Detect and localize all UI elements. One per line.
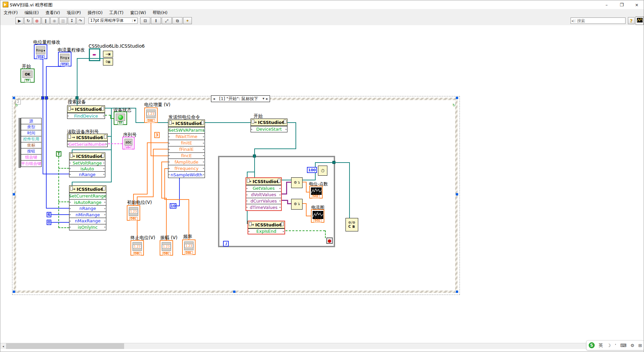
loop-iteration-terminal[interactable]: i xyxy=(223,241,229,247)
invoke-node-get-serial[interactable]: →ICSStudio6 GetSerialNumber xyxy=(67,134,108,147)
invoke-node-set-volt-range[interactable]: →ICSStudio6 SetVoltRange isAuto nRange xyxy=(69,152,105,177)
ime-lang-indicator[interactable]: 英 xyxy=(599,342,603,348)
init-pot-numeric[interactable]: 1.23 DBL xyxy=(127,205,140,221)
method-row[interactable]: SetVoltRange xyxy=(69,160,105,166)
device-status-led-terminal[interactable]: TF xyxy=(114,112,127,125)
ime-grid-icon[interactable]: ⊞ xyxy=(638,343,642,348)
param-row[interactable]: isAuto xyxy=(69,166,105,171)
next-case-arrow[interactable]: ► xyxy=(265,97,269,100)
method-row[interactable]: SetSWVAParams xyxy=(168,127,205,133)
param-row[interactable]: fInitE xyxy=(168,140,205,146)
current-chart-terminal[interactable]: SGL xyxy=(311,209,324,223)
method-row[interactable]: GetValues xyxy=(246,185,281,191)
menu-view[interactable]: 查看(V) xyxy=(42,9,63,16)
selection-handle[interactable] xyxy=(233,291,235,293)
event-data-node-rail[interactable] xyxy=(18,118,21,168)
menu-project[interactable]: 项目(P) xyxy=(63,9,84,16)
distribute-objects-dropdown[interactable]: ⫴ xyxy=(151,17,161,24)
param-row[interactable]: dTimeValues xyxy=(246,204,281,210)
variant-to-data-icon[interactable]: ⚙↴ xyxy=(291,199,303,210)
param-row[interactable]: isOnlyInc xyxy=(69,224,106,230)
clean-up-diagram-button[interactable]: ✦ xyxy=(183,17,192,24)
menu-help[interactable]: 帮助(H) xyxy=(149,9,171,16)
resize-objects-dropdown[interactable]: ⤢ xyxy=(162,17,172,24)
event-data-item[interactable]: 类型 xyxy=(21,124,42,130)
numeric-constant-3[interactable]: 3 xyxy=(154,132,160,138)
minimize-button[interactable]: – xyxy=(599,0,614,9)
ime-keyboard-icon[interactable]: ⌨ xyxy=(620,343,627,348)
invoke-node-find-device[interactable]: →ICSStudio6 FindDevice xyxy=(67,105,105,119)
param-row[interactable]: isAutoRange xyxy=(69,199,106,206)
maximize-button[interactable]: ❐ xyxy=(614,0,629,9)
text-settings-dropdown[interactable]: 17pt 应用程序字体 ▼ xyxy=(89,17,138,24)
horizontal-scrollbar[interactable]: ◂ ▸ xyxy=(0,343,644,349)
true-constant[interactable]: T xyxy=(56,151,61,157)
method-row[interactable]: ExpIsEnd xyxy=(248,228,284,234)
event-data-item[interactable]: 按钮 xyxy=(21,148,42,155)
run-button[interactable]: ▶ xyxy=(15,17,23,24)
ime-settings-icon[interactable]: ⚙ xyxy=(631,343,635,348)
search-input[interactable] xyxy=(576,18,629,23)
param-row[interactable]: fIncE xyxy=(168,152,205,159)
selection-handle[interactable] xyxy=(456,291,458,293)
param-row[interactable]: nSampleWidth xyxy=(168,171,205,178)
start-ok-button-terminal[interactable]: OK TF xyxy=(20,69,35,83)
vi-icon-thumbnail[interactable] xyxy=(636,16,644,25)
param-row[interactable]: fAmplitude xyxy=(168,159,205,165)
menu-tools[interactable]: 工具(T) xyxy=(106,9,127,16)
amplitude-numeric[interactable]: 1.23 DBL xyxy=(160,240,173,256)
cur-range-ring-terminal[interactable]: Ring▼ U16 xyxy=(58,52,71,67)
scrollbar-thumb[interactable] xyxy=(6,343,124,349)
reorder-objects-dropdown[interactable]: ⧉ xyxy=(172,17,182,24)
close-reference-icon[interactable]: ⚙/⚙ C 🗎 xyxy=(345,218,358,231)
search-box[interactable]: ▸| xyxy=(571,17,626,24)
abort-button[interactable]: ● xyxy=(33,17,41,24)
pot-range-ring-terminal[interactable]: Ring▼ U16 xyxy=(34,44,47,59)
loop-tunnel[interactable] xyxy=(253,155,256,158)
selection-handle[interactable] xyxy=(456,193,458,195)
vi-class-constant[interactable]: ➨ xyxy=(89,48,100,61)
variant-to-data-icon[interactable]: ⚙↴ xyxy=(291,177,303,188)
event-data-item[interactable]: 组合键 xyxy=(21,154,42,161)
serial-string-indicator[interactable]: abc abc xyxy=(122,137,135,149)
final-pot-numeric[interactable]: 1.23 DBL xyxy=(130,240,144,256)
event-data-item[interactable]: 平台组合键 xyxy=(21,160,42,167)
constructor-icon[interactable]: →▣ xyxy=(103,51,113,57)
menu-operate[interactable]: 操作(O) xyxy=(84,9,106,16)
wait-ms-icon[interactable]: ⏱ xyxy=(318,166,327,176)
pot-increment-numeric[interactable]: 1.23 DBL xyxy=(144,107,158,123)
step-into-button[interactable]: ↧ xyxy=(68,17,76,24)
pause-button[interactable]: ∥ xyxy=(42,17,50,24)
numeric-constant-6[interactable]: 6 xyxy=(47,212,51,217)
step-over-button[interactable]: ↷ xyxy=(76,17,85,24)
invoke-node-device-start[interactable]: →ICSStudio6 DeviceStart xyxy=(251,119,287,132)
invoke-node-get-values[interactable]: →ICSStudio6 GetValues dVoltValues dCurrV… xyxy=(246,177,282,211)
ime-moon-icon[interactable]: ☽ xyxy=(607,343,611,348)
run-continuously-button[interactable]: ↻ xyxy=(24,17,32,24)
event-selector-tab[interactable]: ◄ [1] "开始": 鼠标按下 ▼ ► xyxy=(211,95,270,102)
frequency-numeric[interactable]: 1.23 DBL xyxy=(182,239,196,255)
numeric-constant-100[interactable]: 100 xyxy=(307,167,317,173)
search-scope-caret[interactable]: ▸| xyxy=(571,19,576,23)
menu-edit[interactable]: 编辑(E) xyxy=(21,9,42,16)
param-row[interactable]: fWaitTime xyxy=(168,133,205,140)
template-object-icon[interactable]: 0▦ xyxy=(103,58,113,65)
sogou-logo[interactable]: S xyxy=(589,342,595,348)
menu-window[interactable]: 窗口(W) xyxy=(127,9,149,16)
param-row[interactable]: nRange xyxy=(69,205,106,212)
align-objects-dropdown[interactable]: ⊟ xyxy=(140,17,150,24)
scroll-left-arrow[interactable]: ◂ xyxy=(0,343,6,349)
invoke-node-set-swva-params[interactable]: →ICSStudio6 SetSWVAParams fWaitTime fIni… xyxy=(168,120,205,178)
selection-handle[interactable] xyxy=(13,193,15,195)
event-data-item[interactable]: 坐标 xyxy=(21,142,42,148)
method-row[interactable]: DeviceStart xyxy=(251,126,287,132)
ime-quote-icon[interactable]: ’ xyxy=(615,343,616,348)
event-data-item[interactable]: 控件引用 xyxy=(21,136,42,142)
event-structure-border-bottom[interactable] xyxy=(14,291,458,293)
param-row[interactable]: fFrequency xyxy=(168,165,205,171)
volt-chart-terminal[interactable]: SGL xyxy=(309,186,323,199)
param-row[interactable]: nRange xyxy=(69,171,105,177)
loop-tunnel[interactable] xyxy=(332,161,335,164)
param-row[interactable]: nMaxRange xyxy=(69,218,106,224)
invoke-node-exp-is-end[interactable]: →ICSStudio6 ExpIsEnd xyxy=(248,221,285,234)
